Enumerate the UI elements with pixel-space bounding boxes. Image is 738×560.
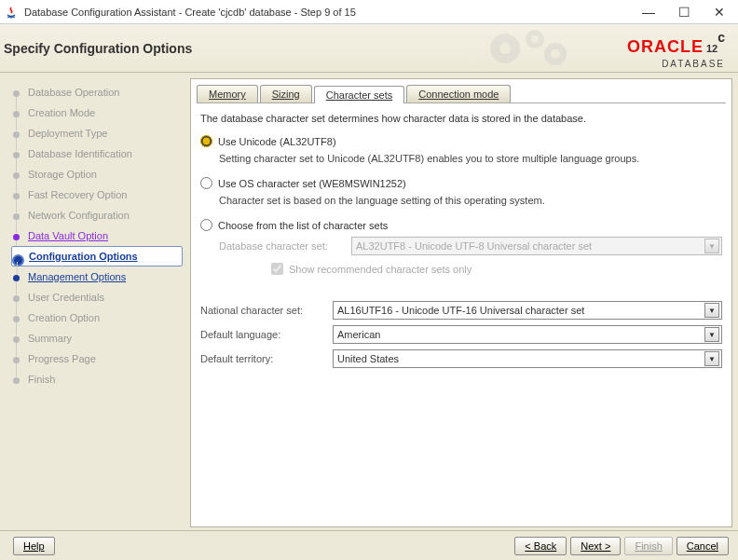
svg-point-0 <box>490 34 520 63</box>
sidebar-step-configuration-options[interactable]: Configuration Options <box>11 246 183 266</box>
os-description: Character set is based on the language s… <box>219 195 722 206</box>
default-language-select[interactable]: American <box>333 325 722 344</box>
main: Database OperationCreation ModeDeploymen… <box>0 73 738 527</box>
default-territory-select[interactable]: United States <box>333 349 722 368</box>
footer: Help < Back Next > Finish Cancel <box>0 530 738 560</box>
brand-version: 12c <box>706 30 725 58</box>
step-list: Database OperationCreation ModeDeploymen… <box>11 82 190 389</box>
chevron-down-icon <box>704 351 719 366</box>
sidebar-step-summary: Summary <box>11 328 190 348</box>
svg-point-5 <box>551 49 560 59</box>
db-charset-value: AL32UTF8 - Unicode UTF-8 Universal chara… <box>356 240 592 252</box>
finish-button: Finish <box>624 537 672 555</box>
radio-choose-list[interactable] <box>200 219 212 231</box>
default-territory-label: Default territory: <box>200 353 333 364</box>
svg-point-3 <box>531 35 539 43</box>
radio-choose-label: Choose from the list of character sets <box>218 220 388 231</box>
sidebar-step-finish: Finish <box>11 369 190 389</box>
tabs: Memory Sizing Character sets Connection … <box>197 85 726 103</box>
sidebar: Database OperationCreation ModeDeploymen… <box>0 73 190 527</box>
default-language-row: Default language: American <box>200 325 722 344</box>
sidebar-step-progress-page: Progress Page <box>11 348 190 369</box>
brand-oracle: ORACLE <box>627 37 704 56</box>
default-territory-row: Default territory: United States <box>200 349 722 368</box>
content-panel: Memory Sizing Character sets Connection … <box>190 78 732 527</box>
tab-character-sets[interactable]: Character sets <box>314 86 405 103</box>
sidebar-step-network-configuration: Network Configuration <box>11 205 190 225</box>
brand-logo: ORACLE 12c DATABASE <box>627 30 725 69</box>
db-charset-label: Database character set: <box>219 240 351 252</box>
sidebar-step-data-vault-option[interactable]: Data Vault Option <box>11 225 190 246</box>
header: Specify Configuration Options ORACLE 12c… <box>0 24 738 73</box>
close-button[interactable]: ✕ <box>710 3 729 21</box>
radio-unicode[interactable] <box>200 135 212 147</box>
sidebar-step-management-options[interactable]: Management Options <box>11 266 190 287</box>
window-title: Database Configuration Assistant - Creat… <box>24 7 639 18</box>
unicode-description: Setting character set to Unicode (AL32UT… <box>219 153 722 164</box>
sidebar-step-fast-recovery-option: Fast Recovery Option <box>11 184 190 205</box>
tab-connection-mode[interactable]: Connection mode <box>406 85 511 102</box>
sidebar-step-creation-option: Creation Option <box>11 307 190 328</box>
svg-point-4 <box>544 43 567 65</box>
gear-background-icon <box>477 26 589 71</box>
national-charset-label: National character set: <box>200 305 333 316</box>
titlebar: Database Configuration Assistant - Creat… <box>0 0 738 24</box>
radio-unicode-row: Use Unicode (AL32UTF8) <box>200 135 722 147</box>
choose-subblock: Database character set: AL32UTF8 - Unico… <box>219 237 722 275</box>
page-title: Specify Configuration Options <box>4 41 192 56</box>
tab-body: The database character set determines ho… <box>197 103 726 383</box>
default-language-label: Default language: <box>200 329 333 340</box>
radio-os-charset[interactable] <box>200 177 212 189</box>
radio-os-row: Use OS character set (WE8MSWIN1252) <box>200 177 722 189</box>
sidebar-step-database-operation: Database Operation <box>11 82 190 102</box>
maximize-button[interactable]: ☐ <box>675 3 693 21</box>
java-icon <box>4 5 19 20</box>
default-territory-value: United States <box>337 353 399 364</box>
national-charset-row: National character set: AL16UTF16 - Unic… <box>200 301 722 320</box>
tab-memory[interactable]: Memory <box>197 85 258 102</box>
default-language-value: American <box>337 329 380 340</box>
sidebar-step-storage-option: Storage Option <box>11 164 190 184</box>
next-button[interactable]: Next > <box>570 537 621 555</box>
sidebar-step-user-credentials: User Credentials <box>11 287 190 307</box>
radio-unicode-label: Use Unicode (AL32UTF8) <box>218 136 336 147</box>
sidebar-step-deployment-type: Deployment Type <box>11 123 190 143</box>
national-charset-value: AL16UTF16 - Unicode UTF-16 Universal cha… <box>337 305 584 316</box>
back-button[interactable]: < Back <box>514 537 567 555</box>
national-charset-select[interactable]: AL16UTF16 - Unicode UTF-16 Universal cha… <box>333 301 722 320</box>
minimize-button[interactable]: — <box>639 3 658 21</box>
svg-point-2 <box>526 30 544 48</box>
intro-text: The database character set determines ho… <box>200 113 722 124</box>
db-charset-select: AL32UTF8 - Unicode UTF-8 Universal chara… <box>351 237 722 255</box>
db-charset-row: Database character set: AL32UTF8 - Unico… <box>219 237 722 255</box>
show-recommended-label: Show recommended character sets only <box>289 264 472 275</box>
sidebar-step-database-identification: Database Identification <box>11 143 190 164</box>
chevron-down-icon <box>704 239 719 253</box>
show-recommended-checkbox <box>271 263 283 275</box>
show-recommended-row: Show recommended character sets only <box>271 263 722 275</box>
cancel-button[interactable]: Cancel <box>676 537 729 555</box>
chevron-down-icon <box>704 327 719 342</box>
radio-os-label: Use OS character set (WE8MSWIN1252) <box>218 178 406 189</box>
help-button[interactable]: Help <box>13 537 55 555</box>
window-controls: — ☐ ✕ <box>639 3 729 21</box>
tab-sizing[interactable]: Sizing <box>260 85 312 102</box>
chevron-down-icon <box>704 303 719 318</box>
sidebar-step-creation-mode: Creation Mode <box>11 102 190 123</box>
brand-database: DATABASE <box>627 59 725 69</box>
radio-choose-row: Choose from the list of character sets <box>200 219 722 231</box>
svg-point-1 <box>499 43 511 54</box>
